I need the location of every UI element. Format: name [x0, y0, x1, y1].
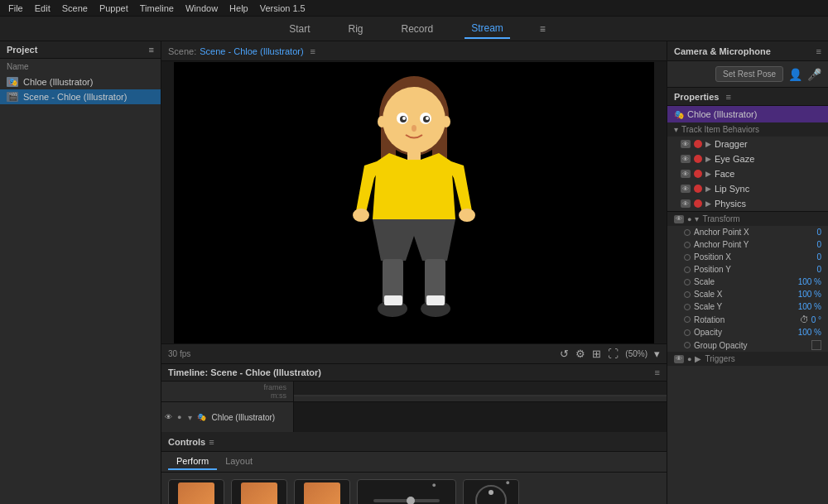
- menu-timeline[interactable]: Timeline: [135, 2, 179, 15]
- grid-icon[interactable]: ⊞: [592, 348, 601, 360]
- position-x-dot: ●: [432, 481, 436, 489]
- anchor-y-value[interactable]: 0: [816, 240, 821, 249]
- physics-eye[interactable]: 👁: [681, 199, 691, 208]
- timeline-menu-icon[interactable]: ≡: [655, 367, 660, 377]
- rest-pose-button[interactable]: Set Rest Pose: [715, 66, 783, 82]
- anchor-x-label-group: Anchor Point X: [684, 228, 749, 237]
- scene-link[interactable]: Scene - Chloe (Illustrator): [200, 46, 303, 56]
- right-panel: Camera & Microphone ≡ Set Rest Pose 👤 🎤 …: [667, 41, 828, 504]
- anchor-x-radio[interactable]: [684, 229, 691, 236]
- anchor-y-label-group: Anchor Point Y: [684, 240, 749, 249]
- rotation-radio[interactable]: [684, 316, 691, 323]
- eyegaze-arrow[interactable]: ▶: [705, 155, 711, 163]
- opacity-radio[interactable]: [684, 329, 691, 336]
- fullscreen-icon[interactable]: ⛶: [608, 348, 619, 360]
- nav-start[interactable]: Start: [282, 20, 316, 38]
- refresh-icon[interactable]: ↺: [560, 348, 569, 360]
- transform-header[interactable]: 👁 ● ▾ Transform: [667, 212, 828, 226]
- transform-eye[interactable]: 👁: [674, 215, 684, 223]
- triggers-arrow[interactable]: ▶: [695, 354, 701, 363]
- menu-edit[interactable]: Edit: [30, 2, 55, 15]
- nav-rig[interactable]: Rig: [341, 20, 369, 38]
- control-rotation[interactable]: ● Rotation: [463, 479, 519, 504]
- pos-x-value[interactable]: 0: [816, 252, 821, 262]
- menubar: File Edit Scene Puppet Timeline Window H…: [0, 0, 828, 17]
- controls-menu-icon[interactable]: ≡: [209, 437, 214, 447]
- scale-radio[interactable]: [684, 279, 691, 286]
- scale-x-value[interactable]: 100 %: [798, 290, 821, 299]
- eye-icon[interactable]: 👁: [165, 413, 172, 421]
- properties-menu-icon[interactable]: ≡: [725, 92, 730, 102]
- group-opacity-radio[interactable]: [684, 342, 691, 348]
- group-opacity-checkbox[interactable]: [811, 340, 821, 350]
- tab-perform[interactable]: Perform: [168, 454, 217, 470]
- cam-menu-icon[interactable]: ≡: [816, 46, 821, 56]
- scale-label: Scale: [694, 277, 715, 286]
- control-btn-a[interactable]: A: [294, 479, 350, 504]
- left-panel: Project ≡ Name 🎭 Chloe (Illustrator) 🎬 S…: [0, 41, 161, 504]
- nav-menu-icon[interactable]: ≡: [540, 23, 546, 35]
- track-dropdown-icon[interactable]: ▾: [188, 413, 192, 422]
- menu-file[interactable]: File: [3, 2, 28, 15]
- pos-y-label: Position Y: [694, 265, 731, 274]
- project-item-scene[interactable]: 🎬 Scene - Chloe (Illustrator): [0, 89, 161, 104]
- person-icon[interactable]: 👤: [788, 68, 802, 81]
- menu-scene[interactable]: Scene: [57, 2, 93, 15]
- mic-icon[interactable]: 🎤: [807, 68, 821, 81]
- menu-help[interactable]: Help: [224, 2, 253, 15]
- lipsync-name: Lip Sync: [715, 184, 749, 194]
- control-position-x[interactable]: ● Position X: [357, 479, 456, 504]
- transform-section: 👁 ● ▾ Transform Anchor Point X 0 Anchor …: [667, 212, 828, 352]
- anchor-y-radio[interactable]: [684, 242, 691, 248]
- opacity-value[interactable]: 100 %: [798, 328, 821, 337]
- scale-y-value[interactable]: 100 %: [798, 302, 821, 311]
- track-visibility-toggle[interactable]: 👁: [165, 413, 172, 421]
- dragger-arrow[interactable]: ▶: [705, 140, 711, 148]
- behavior-face: 👁 ▶ Face: [667, 166, 828, 181]
- nav-record[interactable]: Record: [394, 20, 440, 38]
- eyegaze-eye[interactable]: 👁: [681, 155, 691, 163]
- anchor-x-value[interactable]: 0: [816, 228, 821, 237]
- transform-collapse[interactable]: ▾: [695, 214, 699, 223]
- canvas-tools: ↺ ⚙ ⊞ ⛶ (50%) ▾: [560, 348, 660, 360]
- rotation-value[interactable]: 0 °: [811, 315, 821, 324]
- physics-arrow[interactable]: ▶: [705, 199, 711, 208]
- control-btn-b[interactable]: B: [168, 479, 224, 504]
- scale-value[interactable]: 100 %: [798, 277, 821, 286]
- pos-y-value[interactable]: 0: [816, 265, 821, 274]
- pos-y-radio[interactable]: [684, 266, 691, 273]
- scale-y-radio[interactable]: [684, 304, 691, 310]
- position-x-knob[interactable]: [407, 497, 415, 504]
- menu-puppet[interactable]: Puppet: [94, 2, 133, 15]
- tab-layout[interactable]: Layout: [217, 454, 261, 470]
- face-eye[interactable]: 👁: [681, 170, 691, 178]
- project-item-puppet[interactable]: 🎭 Chloe (Illustrator): [0, 74, 161, 89]
- control-btn-w[interactable]: W: [231, 479, 287, 504]
- puppet-canvas: [174, 62, 654, 343]
- rotation-circle[interactable]: [475, 485, 507, 504]
- nav-stream[interactable]: Stream: [465, 19, 510, 39]
- behaviors-label: Track Item Behaviors: [681, 125, 759, 134]
- scene-menu-icon[interactable]: ≡: [310, 46, 315, 56]
- track-dot: ●: [177, 413, 181, 421]
- position-x-slider[interactable]: [373, 499, 440, 502]
- project-panel-header: Project ≡: [0, 41, 161, 59]
- triggers-eye[interactable]: 👁: [674, 355, 684, 363]
- collapse-arrow[interactable]: ▾: [674, 125, 678, 134]
- face-arrow[interactable]: ▶: [705, 170, 711, 178]
- settings-icon[interactable]: ⚙: [575, 348, 585, 360]
- top-navigation: Start Rig Record Stream ≡: [0, 17, 828, 41]
- opacity-label-group: Opacity: [684, 328, 722, 337]
- transform-label: Transform: [702, 214, 739, 223]
- menu-window[interactable]: Window: [181, 2, 223, 15]
- center-panel: Scene: Scene - Chloe (Illustrator) ≡: [161, 41, 667, 504]
- svg-point-12: [442, 116, 450, 127]
- pos-x-radio[interactable]: [684, 254, 691, 261]
- timeline-track-row: 👁 ● ▾ 🎭 Chloe (Illustrator): [161, 406, 293, 429]
- scale-x-radio[interactable]: [684, 291, 691, 298]
- project-menu-icon[interactable]: ≡: [149, 45, 154, 55]
- lipsync-arrow[interactable]: ▶: [705, 185, 711, 193]
- dragger-eye[interactable]: 👁: [681, 140, 691, 148]
- zoom-dropdown-icon[interactable]: ▾: [654, 348, 660, 360]
- lipsync-eye[interactable]: 👁: [681, 185, 691, 193]
